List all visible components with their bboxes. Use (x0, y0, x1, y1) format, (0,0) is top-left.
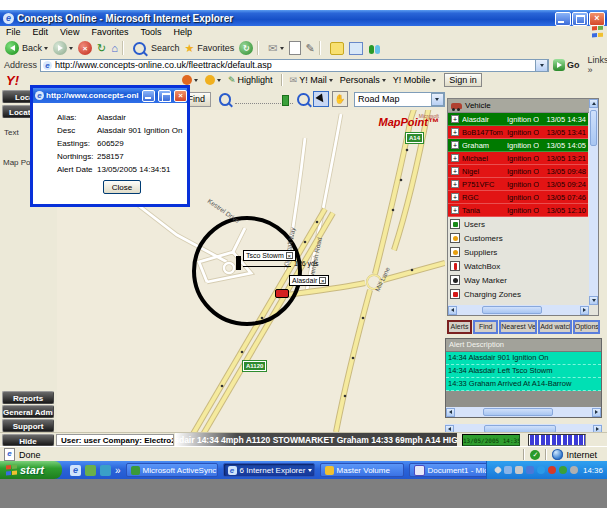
search-button[interactable]: Search (133, 42, 180, 55)
vehicle-row[interactable]: + MichaelIgnition Off13/05 13:21 (448, 152, 588, 165)
go-button[interactable]: Go (553, 59, 580, 71)
close-button[interactable]: × (589, 12, 605, 26)
zoom-slider[interactable] (235, 95, 293, 104)
label-close-icon[interactable]: × (319, 277, 326, 284)
menu-help[interactable]: Help (167, 27, 198, 37)
minimize-button[interactable] (555, 12, 571, 26)
expand-icon[interactable]: + (451, 180, 459, 188)
scroll-right-icon[interactable] (592, 408, 601, 417)
personals-button[interactable]: Personals (340, 75, 386, 85)
refresh-button[interactable]: ↻ (97, 41, 106, 55)
scroll-left-icon[interactable] (446, 408, 455, 417)
add-watch-button[interactable]: Add watch (538, 320, 572, 334)
notes-button[interactable] (330, 42, 344, 55)
expand-icon[interactable]: + (451, 154, 459, 162)
show-desktop-icon[interactable] (100, 465, 111, 476)
quick-launch-ie-icon[interactable]: e (70, 465, 81, 476)
sign-in-button[interactable]: Sign in (444, 73, 482, 87)
tree-horizontal-scrollbar[interactable] (448, 305, 589, 315)
back-button[interactable]: Back (5, 41, 48, 55)
options-button[interactable]: Options (573, 320, 600, 334)
scroll-right-icon[interactable] (580, 306, 589, 315)
start-button[interactable]: start (0, 461, 62, 479)
yahoo-bookmark-button[interactable] (182, 75, 198, 85)
address-dropdown-button[interactable] (535, 59, 548, 72)
expand-icon[interactable]: + (451, 206, 459, 214)
popup-close-action-button[interactable]: Close (103, 180, 141, 194)
find-vehicle-button[interactable]: Find (473, 320, 498, 334)
vehicle-row[interactable]: + P751VFCIgnition Off13/05 09:24 (448, 178, 588, 191)
media-button[interactable] (349, 42, 363, 55)
tree-group-chargingzones[interactable]: Charging Zones (448, 287, 598, 301)
yahoo-logo[interactable]: Y! (6, 73, 19, 88)
task-internet-explorer[interactable]: e 6 Internet Explorer (223, 463, 315, 477)
expand-icon[interactable]: + (451, 167, 459, 175)
menu-view[interactable]: View (54, 27, 85, 37)
general-admin-button[interactable]: General Admin (2, 405, 54, 418)
vehicle-row[interactable]: + TaniaIgnition Off13/05 12:10 (448, 204, 588, 217)
task-activesync[interactable]: Microsoft ActiveSync (126, 463, 218, 477)
menu-file[interactable]: File (0, 27, 27, 37)
label-close-icon[interactable]: × (286, 252, 293, 259)
task-master-volume[interactable]: Master Volume (320, 463, 404, 477)
messenger-button[interactable] (368, 42, 381, 54)
network-icon[interactable] (526, 466, 534, 474)
alert-horizontal-scrollbar[interactable] (446, 407, 601, 417)
select-tool-button[interactable] (313, 91, 329, 107)
yahoo-mail-button[interactable]: ✉Y! Mail (290, 73, 333, 87)
scroll-down-icon[interactable] (589, 296, 598, 305)
scroll-left-icon[interactable] (448, 306, 457, 315)
quick-launch-app-icon[interactable] (85, 465, 96, 476)
poi-label[interactable]: Tsco Stowm× (243, 250, 296, 261)
alerts-button[interactable]: Alerts (447, 320, 472, 334)
history-button[interactable]: ↻ (239, 41, 253, 55)
hide-button[interactable]: Hide (2, 434, 54, 446)
vehicle-label[interactable]: Alasdair× (289, 275, 329, 286)
menu-edit[interactable]: Edit (27, 27, 55, 37)
reports-button[interactable]: Reports (2, 391, 54, 404)
vehicle-row[interactable]: + AlasdairIgnition On13/05 14:34 (448, 113, 588, 126)
popup-maximize-button[interactable] (158, 90, 171, 102)
volume-tray-icon[interactable] (570, 466, 578, 474)
tree-vertical-scrollbar[interactable] (589, 99, 598, 305)
antivirus-icon[interactable] (559, 466, 567, 474)
address-input[interactable]: e http://www.concepts-online.co.uk/fleet… (40, 59, 549, 72)
tablet-pen-icon[interactable] (494, 466, 502, 474)
yahoo-games-button[interactable] (205, 75, 221, 85)
tree-group-watchbox[interactable]: WatchBox (448, 259, 598, 273)
popup-minimize-button[interactable] (142, 90, 155, 102)
map-type-select[interactable]: Road Map (354, 92, 445, 107)
stop-button[interactable]: × (78, 41, 92, 55)
expand-icon[interactable]: + (451, 128, 459, 136)
expand-icon[interactable]: + (451, 115, 459, 123)
tree-group-customers[interactable]: Customers (448, 231, 598, 245)
nearest-vehicle-button[interactable]: Nearest Veh (499, 320, 537, 334)
popup-title-bar[interactable]: e http://www.concepts-online.co... × (33, 88, 187, 103)
quick-launch-chevron-icon[interactable]: » (115, 465, 121, 476)
tree-group-waymarker[interactable]: Way Marker (448, 273, 598, 287)
security-icon[interactable] (548, 466, 556, 474)
zoom-in-icon[interactable] (297, 93, 309, 106)
scroll-up-icon[interactable] (589, 99, 598, 108)
tree-group-users[interactable]: Users (448, 217, 598, 231)
vehicle-row[interactable]: + BoB147TomIgnition Off13/05 13:41 (448, 126, 588, 139)
display-icon[interactable] (504, 466, 512, 474)
maximize-button[interactable] (572, 12, 588, 26)
alert-row[interactable]: 14:33 Graham Arrived At A14-Barrow (446, 378, 601, 391)
alert-row[interactable]: 14:34 Alasdair Left Tsco Stowm (446, 365, 601, 378)
vehicle-row[interactable]: + RGCIgnition Off13/05 07:46 (448, 191, 588, 204)
zoom-out-icon[interactable] (219, 93, 231, 106)
menu-tools[interactable]: Tools (134, 27, 167, 37)
menu-favorites[interactable]: Favorites (85, 27, 134, 37)
title-bar[interactable]: e Concepts Online - Microsoft Internet E… (0, 10, 607, 26)
messenger-tray-icon[interactable] (537, 466, 545, 474)
pan-tool-button[interactable]: ✋ (332, 91, 348, 107)
vehicle-row[interactable]: + GrahamIgnition On13/05 14:05 (448, 139, 588, 152)
vehicle-row[interactable]: + NigelIgnition Off13/05 09:48 (448, 165, 588, 178)
support-button[interactable]: Support (2, 419, 54, 432)
tree-group-suppliers[interactable]: Suppliers (448, 245, 598, 259)
expand-icon[interactable]: + (451, 141, 459, 149)
poi-marker[interactable] (236, 256, 241, 270)
connection-icon[interactable] (515, 466, 523, 474)
popup-close-button[interactable]: × (174, 90, 187, 102)
